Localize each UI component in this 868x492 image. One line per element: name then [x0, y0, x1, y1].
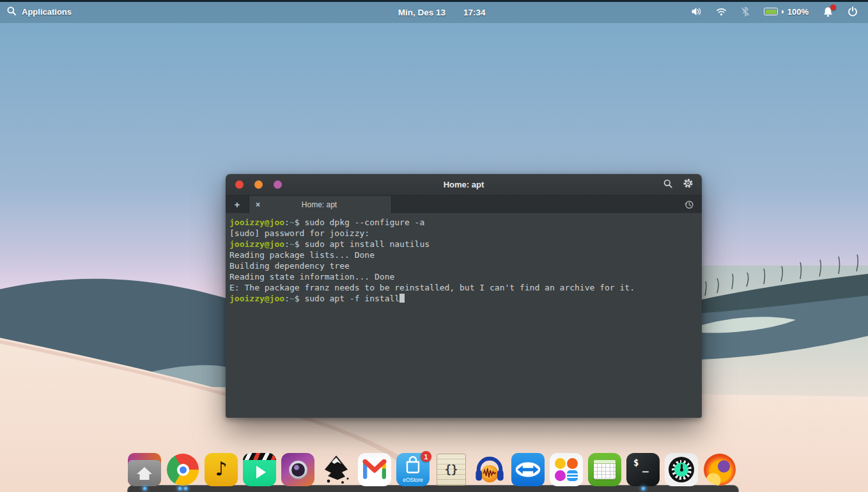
- inkscape-icon: [320, 453, 353, 486]
- power-icon[interactable]: [848, 6, 858, 17]
- notification-badge-dot: [830, 4, 836, 10]
- window-controls: [226, 180, 282, 189]
- system-tray: 100%: [691, 0, 868, 23]
- wifi-icon[interactable]: [716, 7, 727, 16]
- appcenter-dot-orange: [567, 458, 578, 469]
- terminal-line: jooizzy@joo:~$ sudo apt -f install: [229, 293, 702, 304]
- dock: ♪: [128, 453, 736, 486]
- minimize-window-button[interactable]: [254, 180, 263, 189]
- appcenter-tile-blue: [567, 470, 578, 481]
- running-indicator-files: [143, 487, 146, 490]
- applications-button[interactable]: Applications: [0, 6, 72, 18]
- terminal-output-area[interactable]: jooizzy@joo:~$ sudo dpkg --configure -a …: [226, 213, 702, 418]
- desktop: Applications Min, Des 13 17:34 100%: [0, 0, 868, 492]
- terminal-line: jooizzy@joo:~$ sudo dpkg --configure -a: [229, 217, 702, 228]
- appcenter-dot-yellow: [555, 458, 566, 469]
- videos-icon: [243, 453, 276, 486]
- history-icon[interactable]: [684, 196, 702, 213]
- terminal-app-icon: $ _: [626, 453, 660, 486]
- play-icon: [256, 466, 266, 479]
- panel-date: Min, Des 13: [398, 8, 446, 17]
- appcenter-icon: [550, 453, 583, 486]
- dock-item-music[interactable]: ♪: [205, 453, 238, 486]
- bluetooth-disabled-icon[interactable]: [741, 6, 750, 17]
- terminal-titlebar[interactable]: Home: apt: [226, 174, 702, 196]
- eostore-badge: 1: [421, 451, 431, 462]
- applications-label: Applications: [22, 7, 72, 17]
- battery-percent: 100%: [787, 7, 809, 17]
- eostore-icon: eOStore 1: [396, 453, 430, 486]
- dock-item-files[interactable]: [128, 453, 161, 486]
- dock-item-terminal[interactable]: $ _: [626, 453, 660, 486]
- search-icon[interactable]: [663, 179, 673, 191]
- settings-gear-icon[interactable]: [683, 178, 694, 191]
- teamviewer-icon: [511, 453, 545, 486]
- dock-item-chrome[interactable]: [166, 453, 199, 486]
- terminal-line: E: The package franz needs to be reinsta…: [229, 282, 702, 293]
- new-tab-button[interactable]: +: [226, 196, 249, 213]
- clock-button[interactable]: Min, Des 13 17:34: [398, 2, 486, 23]
- filmstrip: [243, 453, 276, 460]
- dock-item-firefox[interactable]: [703, 453, 736, 486]
- eostore-label: eOStore: [396, 477, 430, 483]
- dock-item-audacity[interactable]: [473, 453, 506, 486]
- battery-icon: [764, 8, 778, 15]
- panel-time: 17:34: [463, 8, 486, 17]
- terminal-cursor: [399, 294, 405, 303]
- terminal-line: [sudo] password for jooizzy:: [229, 228, 702, 239]
- dock-item-appcenter[interactable]: [550, 453, 583, 486]
- mail-icon: [358, 453, 391, 486]
- notifications-icon[interactable]: [823, 6, 833, 17]
- tab-close-icon[interactable]: ×: [256, 201, 260, 209]
- running-indicator-chrome: [178, 487, 182, 490]
- dock-item-calendar[interactable]: [588, 453, 621, 486]
- close-window-button[interactable]: [235, 180, 244, 189]
- firefox-icon: [704, 454, 736, 486]
- chrome-icon: [167, 454, 199, 486]
- tab-label: Home: apt: [260, 200, 385, 209]
- running-indicator-terminal: [642, 487, 645, 490]
- battery-indicator[interactable]: 100%: [764, 7, 809, 17]
- dock-item-teamviewer[interactable]: [511, 453, 545, 486]
- top-panel: Applications Min, Des 13 17:34 100%: [0, 0, 868, 23]
- maximize-window-button[interactable]: [274, 180, 282, 189]
- terminal-line: jooizzy@joo:~$ sudo apt install nautilus: [229, 239, 702, 250]
- search-icon: [6, 6, 17, 18]
- calendar-icon: [588, 453, 621, 486]
- window-title: Home: apt: [226, 180, 702, 189]
- dock-item-mail[interactable]: [358, 453, 391, 486]
- appcenter-dot-magenta: [555, 470, 566, 481]
- dock-item-code-editor[interactable]: {}: [435, 453, 468, 486]
- dock-item-inkscape[interactable]: [320, 453, 353, 486]
- terminal-line: Reading package lists... Done: [229, 250, 702, 260]
- audacity-icon: [473, 453, 506, 486]
- dock-item-timer[interactable]: [665, 453, 698, 486]
- timer-icon: [665, 453, 698, 486]
- code-editor-icon: {}: [437, 454, 466, 486]
- terminal-line: Building dependency tree: [229, 260, 702, 271]
- terminal-window: Home: apt + × Home: apt jooizzy@joo:: [226, 174, 702, 418]
- volume-icon[interactable]: [691, 6, 702, 17]
- dock-item-camera[interactable]: [281, 453, 314, 486]
- dock-item-eostore[interactable]: eOStore 1: [396, 453, 430, 486]
- tab-home-apt[interactable]: × Home: apt: [249, 196, 392, 213]
- music-icon: ♪: [205, 453, 238, 486]
- running-indicator-chrome-2: [184, 487, 187, 490]
- terminal-line: Reading state information... Done: [229, 271, 702, 282]
- terminal-tabbar: + × Home: apt: [226, 196, 702, 213]
- files-icon: [128, 453, 161, 486]
- camera-icon: [281, 453, 314, 486]
- dock-item-videos[interactable]: [243, 453, 276, 486]
